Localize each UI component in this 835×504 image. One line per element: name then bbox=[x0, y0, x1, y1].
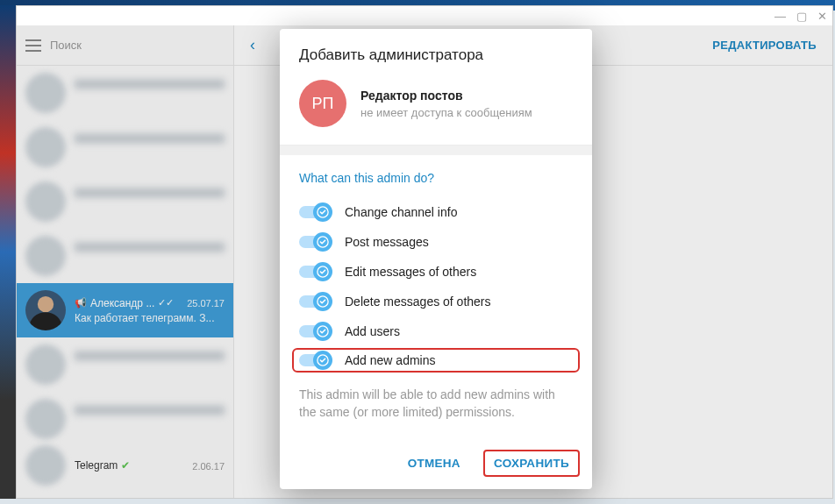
permission-label: Add users bbox=[345, 324, 400, 338]
window-titlebar: — ▢ ✕ bbox=[17, 6, 832, 25]
checkmark-icon bbox=[317, 266, 329, 278]
admin-subtitle: не имеет доступа к сообщениям bbox=[360, 106, 532, 119]
permissions-list: Change channel infoPost messagesEdit mes… bbox=[280, 197, 592, 374]
permission-row: Post messages bbox=[299, 227, 573, 257]
checkmark-icon bbox=[317, 354, 329, 366]
app-window: — ▢ ✕ Поиск 📢 bbox=[16, 5, 833, 499]
add-admin-modal: Добавить администратора РП Редактор пост… bbox=[280, 29, 592, 489]
desktop-left-fragment bbox=[0, 5, 16, 499]
window-close-button[interactable]: ✕ bbox=[817, 10, 827, 23]
permissions-note: This admin will be able to add new admin… bbox=[280, 374, 592, 421]
permission-toggle[interactable] bbox=[299, 236, 331, 248]
checkmark-icon bbox=[317, 206, 329, 218]
permission-toggle[interactable] bbox=[299, 206, 331, 218]
permission-row: Delete messages of others bbox=[299, 287, 573, 316]
permission-toggle[interactable] bbox=[299, 325, 331, 337]
cancel-button[interactable]: ОТМЕНА bbox=[397, 450, 471, 477]
window-maximize-button[interactable]: ▢ bbox=[796, 10, 807, 23]
checkmark-icon bbox=[317, 295, 329, 308]
permission-label: Post messages bbox=[345, 235, 429, 249]
permission-toggle[interactable] bbox=[299, 354, 331, 366]
permission-toggle[interactable] bbox=[299, 266, 331, 278]
divider bbox=[280, 145, 592, 155]
permission-label: Edit messages of others bbox=[345, 265, 476, 279]
save-button[interactable]: СОХРАНИТЬ bbox=[483, 450, 580, 477]
permission-row: Change channel info bbox=[299, 197, 573, 227]
permission-label: Change channel info bbox=[345, 205, 457, 219]
checkmark-icon bbox=[317, 236, 329, 248]
permission-row: Edit messages of others bbox=[299, 257, 573, 287]
permission-label: Delete messages of others bbox=[345, 295, 491, 309]
permissions-section-title: What can this admin do? bbox=[280, 155, 592, 197]
admin-name: Редактор постов bbox=[360, 89, 532, 103]
permission-row: Add users bbox=[299, 316, 573, 346]
permission-label: Add new admins bbox=[345, 353, 436, 367]
permission-row: Add new admins bbox=[292, 348, 580, 373]
checkmark-icon bbox=[317, 325, 329, 337]
window-minimize-button[interactable]: — bbox=[774, 10, 786, 23]
admin-avatar: РП bbox=[299, 80, 346, 127]
permission-toggle[interactable] bbox=[299, 295, 331, 308]
modal-title: Добавить администратора bbox=[299, 46, 573, 64]
